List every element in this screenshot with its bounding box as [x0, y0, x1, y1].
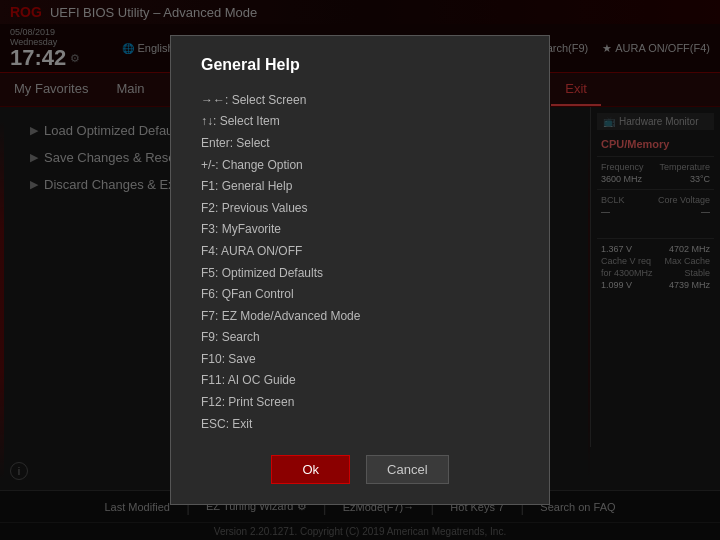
help-line-4: +/-: Change Option [201, 155, 519, 177]
help-line-9: F5: Optimized Defaults [201, 263, 519, 285]
cancel-button[interactable]: Cancel [366, 455, 448, 484]
modal-buttons: Ok Cancel [201, 455, 519, 484]
modal-content: →←: Select Screen ↑↓: Select Item Enter:… [201, 90, 519, 436]
help-line-14: F11: AI OC Guide [201, 370, 519, 392]
help-line-1: →←: Select Screen [201, 90, 519, 112]
help-line-15: F12: Print Screen [201, 392, 519, 414]
help-line-8: F4: AURA ON/OFF [201, 241, 519, 263]
help-line-12: F9: Search [201, 327, 519, 349]
help-line-3: Enter: Select [201, 133, 519, 155]
modal-title: General Help [201, 56, 519, 74]
help-line-13: F10: Save [201, 349, 519, 371]
ok-button[interactable]: Ok [271, 455, 350, 484]
help-line-11: F7: EZ Mode/Advanced Mode [201, 306, 519, 328]
help-line-2: ↑↓: Select Item [201, 111, 519, 133]
modal-overlay: General Help →←: Select Screen ↑↓: Selec… [0, 0, 720, 540]
help-line-6: F2: Previous Values [201, 198, 519, 220]
help-line-5: F1: General Help [201, 176, 519, 198]
general-help-modal: General Help →←: Select Screen ↑↓: Selec… [170, 35, 550, 506]
help-line-10: F6: QFan Control [201, 284, 519, 306]
help-line-7: F3: MyFavorite [201, 219, 519, 241]
help-line-16: ESC: Exit [201, 414, 519, 436]
